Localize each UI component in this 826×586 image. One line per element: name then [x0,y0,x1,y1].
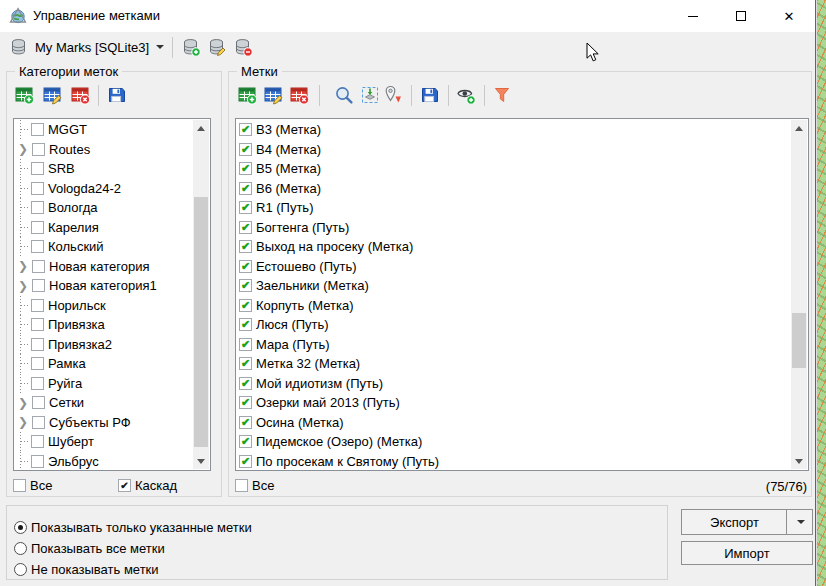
filter-button[interactable] [491,84,513,106]
edit-category-button[interactable] [41,84,63,106]
mark-checkbox[interactable]: ✔ [239,318,252,331]
mark-item[interactable]: ✔Мой идиотизм (Путь) [236,374,791,394]
category-checkbox[interactable] [31,221,44,234]
category-checkbox[interactable] [31,377,44,390]
tree-item[interactable]: Эльбрус [14,452,193,472]
scrollbar-thumb[interactable] [194,197,208,447]
placemark-button[interactable] [382,84,404,106]
mark-checkbox[interactable]: ✔ [239,143,252,156]
database-selector[interactable]: My Marks [SQLite3] [6,35,168,59]
mark-item[interactable]: ✔Выход на просеку (Метка) [236,237,791,257]
categories-tree[interactable]: MGGT❯RoutesSRBVologda24-2ВологдаКарелияК… [13,118,211,471]
mark-item[interactable]: ✔Осина (Метка) [236,413,791,433]
mark-item[interactable]: ✔B5 (Метка) [236,159,791,179]
tree-item[interactable]: Vologda24-2 [14,179,193,199]
category-checkbox[interactable] [31,435,44,448]
mark-item[interactable]: ✔Озерки май 2013 (Путь) [236,393,791,413]
scroll-down-button[interactable] [193,453,209,469]
category-checkbox[interactable] [32,143,45,156]
radio-icon[interactable] [14,521,27,534]
tree-item[interactable]: Руйга [14,374,193,394]
categories-scrollbar[interactable] [193,120,209,469]
category-checkbox[interactable] [31,123,44,136]
delete-mark-button[interactable] [288,84,310,106]
mark-checkbox[interactable]: ✔ [239,416,252,429]
category-checkbox[interactable] [31,338,44,351]
tree-item[interactable]: ❯Субъекты РФ [14,413,193,433]
export-dropdown-button[interactable] [786,510,812,534]
edit-mark-button[interactable] [262,84,284,106]
tree-item[interactable]: Карелия [14,218,193,238]
tree-item[interactable]: ❯Новая категория [14,257,193,277]
marks-scrollbar[interactable] [791,120,807,469]
expand-chevron-icon[interactable]: ❯ [17,142,32,156]
select-area-button[interactable] [359,84,381,106]
mark-checkbox[interactable]: ✔ [239,123,252,136]
tree-item[interactable]: Вологда [14,198,193,218]
marks-all-checkbox[interactable]: Все [235,478,274,493]
category-checkbox[interactable] [32,416,45,429]
category-checkbox[interactable] [31,357,44,370]
scrollbar-thumb[interactable] [792,313,806,368]
delete-database-button[interactable] [232,36,254,58]
tree-item[interactable]: ❯Сетки [14,393,193,413]
expand-chevron-icon[interactable]: ❯ [17,259,32,273]
mark-checkbox[interactable]: ✔ [239,182,252,195]
mark-checkbox[interactable]: ✔ [239,396,252,409]
import-button[interactable]: Импорт [681,541,813,565]
tree-item[interactable]: ❯Новая категория1 [14,276,193,296]
maximize-button[interactable] [717,0,765,32]
display-option-radio[interactable]: Не показывать метки [14,561,159,578]
mark-item[interactable]: ✔Корпуть (Метка) [236,296,791,316]
categories-all-checkbox[interactable]: Все [13,478,52,493]
mark-checkbox[interactable]: ✔ [239,338,252,351]
mark-item[interactable]: ✔По просекам к Святому (Путь) [236,452,791,472]
expand-chevron-icon[interactable]: ❯ [17,415,32,429]
mark-item[interactable]: ✔B6 (Метка) [236,179,791,199]
mark-item[interactable]: ✔Пидемское (Озеро) (Метка) [236,432,791,452]
radio-icon[interactable] [14,542,27,555]
category-checkbox[interactable] [32,279,45,292]
category-checkbox[interactable] [31,240,44,253]
cascade-checkbox[interactable]: ✔ Каскад [118,478,177,493]
mark-item[interactable]: ✔B4 (Метка) [236,140,791,160]
mark-checkbox[interactable]: ✔ [239,201,252,214]
expand-chevron-icon[interactable]: ❯ [17,396,32,410]
mark-checkbox[interactable]: ✔ [239,221,252,234]
category-checkbox[interactable] [31,455,44,468]
tree-item[interactable]: ❯Routes [14,140,193,160]
tree-item[interactable]: Шуберт [14,432,193,452]
display-option-radio[interactable]: Показывать все метки [14,540,165,557]
mark-checkbox[interactable]: ✔ [239,279,252,292]
add-database-button[interactable] [180,36,202,58]
export-button[interactable]: Экспорт [681,509,813,535]
category-checkbox[interactable] [32,260,45,273]
close-button[interactable]: ✕ [765,0,813,32]
tree-item[interactable]: MGGT [14,120,193,140]
mark-checkbox[interactable]: ✔ [239,435,252,448]
expand-chevron-icon[interactable]: ❯ [17,279,32,293]
checkbox[interactable] [235,479,248,492]
category-checkbox[interactable] [31,299,44,312]
tree-item[interactable]: Норильск [14,296,193,316]
save-categories-button[interactable] [105,84,127,106]
mark-item[interactable]: ✔Заельники (Метка) [236,276,791,296]
mark-checkbox[interactable]: ✔ [239,240,252,253]
add-category-button[interactable] [13,84,35,106]
category-checkbox[interactable] [32,396,45,409]
mark-checkbox[interactable]: ✔ [239,455,252,468]
category-checkbox[interactable] [31,201,44,214]
save-marks-button[interactable] [418,84,440,106]
tree-item[interactable]: Кольский [14,237,193,257]
checkbox[interactable]: ✔ [118,479,131,492]
category-checkbox[interactable] [31,162,44,175]
mark-checkbox[interactable]: ✔ [239,357,252,370]
radio-icon[interactable] [14,563,27,576]
tree-item[interactable]: Привязка2 [14,335,193,355]
mark-checkbox[interactable]: ✔ [239,162,252,175]
scroll-up-button[interactable] [791,120,807,136]
title-bar[interactable]: Управление метками ✕ [0,0,815,32]
go-to-mark-button[interactable] [333,84,355,106]
tree-item[interactable]: SRB [14,159,193,179]
mark-checkbox[interactable]: ✔ [239,377,252,390]
